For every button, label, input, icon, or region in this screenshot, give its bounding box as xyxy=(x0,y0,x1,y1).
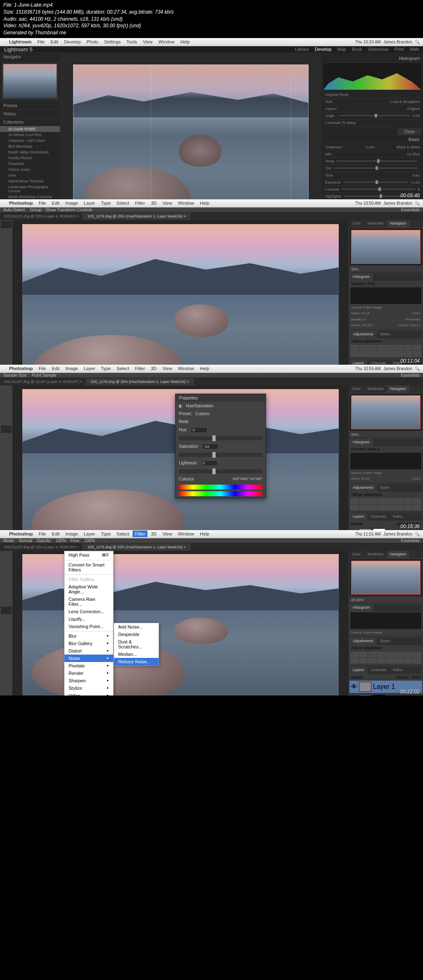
menu-filter[interactable]: Filter xyxy=(135,366,145,371)
app-name[interactable]: Lightroom xyxy=(9,39,31,44)
menu-file[interactable]: File xyxy=(38,531,46,536)
menu-photo[interactable]: Photo xyxy=(86,39,98,44)
nav-library[interactable]: Library xyxy=(295,47,309,52)
lasso-tool[interactable] xyxy=(1,402,12,409)
collection-item[interactable]: Landscape Photography Course xyxy=(0,184,60,194)
colorize-checkbox[interactable]: Colorize xyxy=(179,477,194,481)
doc-tab[interactable]: DSC01137.dng @ 33% (Layer 4, RGB/16*) × xyxy=(0,213,83,220)
contrast-slider[interactable] xyxy=(342,189,415,190)
canvas[interactable] xyxy=(12,551,349,696)
temp-slider[interactable] xyxy=(337,160,417,162)
username[interactable]: James Brandon xyxy=(383,366,412,371)
path-tool[interactable] xyxy=(1,347,12,354)
nav-print[interactable]: Print xyxy=(394,47,404,52)
gradient-tool[interactable] xyxy=(1,307,12,315)
collection-item[interactable]: Iowa xyxy=(0,172,60,178)
workspace-label[interactable]: Essentials xyxy=(401,373,420,378)
hue-slider[interactable] xyxy=(179,436,262,440)
preset-dropdown[interactable]: Custom xyxy=(195,411,209,416)
tab-navigator[interactable]: Navigator xyxy=(387,220,410,227)
shape-tool[interactable] xyxy=(1,354,12,362)
menu-edit[interactable]: Edit xyxy=(52,201,59,206)
close-button[interactable]: Close xyxy=(397,128,421,135)
eraser-tool[interactable] xyxy=(1,465,12,472)
menu-image[interactable]: Image xyxy=(65,366,78,371)
blur-tool[interactable] xyxy=(1,480,12,488)
tab-histogram[interactable]: Histogram xyxy=(349,439,373,446)
nav-book[interactable]: Book xyxy=(352,47,362,52)
brush-tool[interactable] xyxy=(1,607,12,614)
pen-tool[interactable] xyxy=(1,331,12,338)
brush-tool[interactable] xyxy=(1,441,12,449)
move-tool[interactable] xyxy=(1,552,12,559)
tab-color[interactable]: Color xyxy=(349,220,364,227)
menu-help[interactable]: Help xyxy=(200,531,209,536)
dodge-tool[interactable] xyxy=(1,323,12,330)
menu-3d[interactable]: 3D xyxy=(151,201,157,206)
blur-tool[interactable] xyxy=(1,315,12,323)
filter-stylize[interactable]: Stylize xyxy=(64,684,113,692)
menu-file[interactable]: File xyxy=(38,366,46,371)
filter-gallery[interactable]: Filter Gallery... xyxy=(64,576,113,583)
gradient-tool[interactable] xyxy=(1,638,12,645)
tab-paths[interactable]: Paths xyxy=(390,513,406,521)
zoom-level[interactable]: 25% xyxy=(349,266,423,272)
app-name[interactable]: Photoshop xyxy=(9,201,33,206)
filter-last[interactable]: High Pass⌘F xyxy=(64,551,113,559)
collections-header[interactable]: Collections xyxy=(0,118,60,126)
histogram-header[interactable]: Histogram xyxy=(323,54,421,63)
aspect-value[interactable]: Original xyxy=(407,107,420,111)
wand-tool[interactable] xyxy=(1,575,12,583)
workspace-label[interactable]: Essentials xyxy=(401,208,420,212)
color-range-dropdown[interactable]: Reds xyxy=(179,419,188,424)
nav-web[interactable]: Web xyxy=(410,47,419,52)
filter-sharpen[interactable]: Sharpen xyxy=(64,677,113,684)
filter-render[interactable]: Render xyxy=(64,669,113,677)
treatment-color[interactable]: Color xyxy=(366,145,375,149)
menu-edit[interactable]: Edit xyxy=(50,39,58,44)
transform-checkbox[interactable]: Show Transform Controls xyxy=(45,208,92,212)
spotlight-icon[interactable]: 🔍 xyxy=(415,201,420,206)
tint-slider[interactable] xyxy=(334,167,417,169)
heal-tool[interactable] xyxy=(1,268,12,275)
navigator-preview[interactable] xyxy=(349,559,422,596)
tab-adjustments[interactable]: Adjustments xyxy=(349,484,377,492)
tab-styles[interactable]: Styles xyxy=(377,484,394,492)
stamp-tool[interactable] xyxy=(1,614,12,622)
hue-strip-top[interactable] xyxy=(179,485,262,490)
collection-item[interactable]: Island Moon Textures xyxy=(0,178,60,184)
menu-filter[interactable]: Filter xyxy=(133,531,147,537)
eraser-tool[interactable] xyxy=(1,630,12,638)
doc-tab[interactable]: DSC01137.dng @ 13.9% (Layer 4, RGB/16*) … xyxy=(0,378,86,385)
noise-reduce[interactable]: Reduce Noise... xyxy=(114,658,159,665)
constrain-label[interactable]: Constrain To Warp xyxy=(325,121,356,125)
shape-tool[interactable] xyxy=(1,685,12,693)
crop-tool[interactable] xyxy=(1,252,12,260)
collection-item[interactable]: Bird Wreckage xyxy=(0,143,60,149)
contrast-value[interactable]: 0 xyxy=(418,187,420,191)
clock[interactable]: Thu 10:55 AM xyxy=(355,366,381,371)
nav-map[interactable]: Map xyxy=(337,47,346,52)
collection-item[interactable]: Fireworks xyxy=(0,161,60,167)
channel-value[interactable]: RGB xyxy=(367,282,375,286)
filter-liquify[interactable]: Liquify... xyxy=(64,615,113,623)
zoom-level[interactable]: 25% xyxy=(349,432,423,437)
heal-tool[interactable] xyxy=(1,599,12,606)
doc-tab-active[interactable]: 10S_1276.dng @ 25% (Hue/Saturation 2, La… xyxy=(86,378,194,385)
tab-swatches[interactable]: Swatches xyxy=(364,385,387,393)
filter-video[interactable]: Video xyxy=(64,692,113,696)
marquee-tool[interactable] xyxy=(1,559,12,567)
stamp-tool[interactable] xyxy=(1,449,12,457)
angle-slider[interactable] xyxy=(339,115,410,116)
tab-swatches[interactable]: Swatches xyxy=(364,220,387,227)
noise-despeckle[interactable]: Despeckle xyxy=(114,631,159,638)
navigator-preview[interactable] xyxy=(349,394,422,431)
menu-3d[interactable]: 3D xyxy=(151,366,157,371)
sample-size-dropdown[interactable]: Point Sample xyxy=(32,373,56,378)
noise-dust[interactable]: Dust & Scratches... xyxy=(114,638,159,650)
eraser-tool[interactable] xyxy=(1,299,12,307)
histogram[interactable] xyxy=(323,63,421,90)
history-brush-tool[interactable] xyxy=(1,292,12,299)
type-tool[interactable] xyxy=(1,339,12,346)
app-name[interactable]: Photoshop xyxy=(9,366,33,371)
